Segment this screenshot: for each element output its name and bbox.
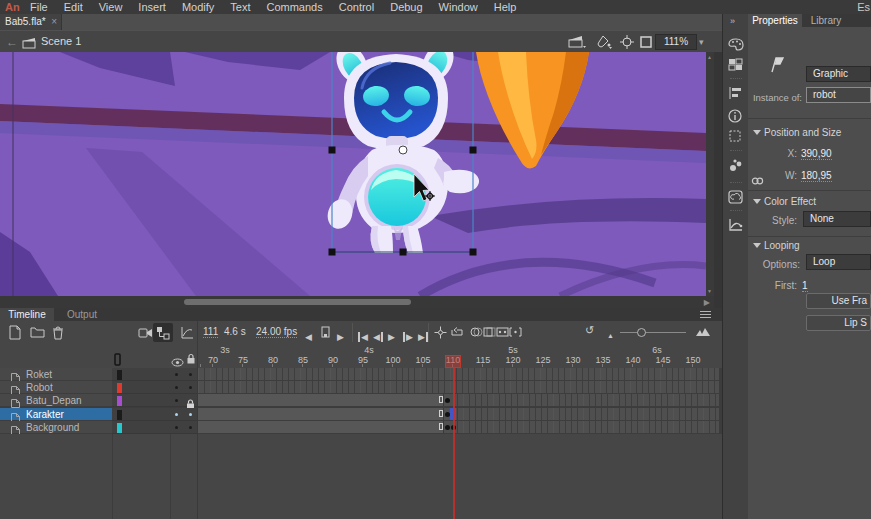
reset-zoom-icon[interactable]: ↺ [585, 324, 600, 339]
scroll-right-icon[interactable]: ▶ [704, 298, 710, 307]
clip-content-icon[interactable] [638, 34, 654, 50]
modify-markers-icon[interactable] [509, 326, 524, 341]
align-icon[interactable] [728, 86, 744, 102]
layer-frames[interactable] [197, 408, 719, 421]
collapse-panels-icon[interactable]: » [730, 16, 734, 26]
layer-row-karakter[interactable]: Karakter [0, 408, 722, 421]
step-forward-icon[interactable]: ▶ [403, 326, 418, 341]
go-last-icon[interactable]: ▶ [418, 326, 433, 341]
layer-outline-color[interactable] [117, 383, 122, 393]
loop-frame-icon[interactable] [321, 326, 336, 341]
go-first-icon[interactable]: ◀ [358, 326, 373, 341]
stage-canvas[interactable] [0, 52, 706, 296]
keyframe-dot[interactable] [445, 425, 450, 430]
graph-icon[interactable] [180, 326, 195, 341]
document-tab[interactable]: Bab5.fla* × [0, 14, 62, 30]
parenting-icon[interactable] [156, 326, 171, 341]
layer-name-cell[interactable]: Roket [0, 368, 112, 381]
layer-outline-color[interactable] [117, 370, 122, 380]
cc-libraries-icon[interactable] [728, 190, 744, 206]
section-looping[interactable]: Looping [748, 240, 871, 254]
info-icon[interactable] [728, 109, 744, 125]
tab-library[interactable]: Library [802, 14, 850, 27]
center-frame-icon[interactable] [434, 326, 449, 341]
step-back-icon[interactable]: ◀ [373, 326, 388, 341]
layer-frames[interactable] [197, 368, 719, 381]
stage-horizontal-scrollbar[interactable]: ▶ [0, 296, 714, 308]
layer-name[interactable]: Robot [26, 381, 53, 394]
layer-outline-color[interactable] [117, 410, 122, 420]
layer-name-cell[interactable]: Batu_Depan [0, 394, 112, 407]
close-tab-icon[interactable]: × [51, 14, 57, 30]
keyframe-dot[interactable] [445, 412, 450, 417]
zoom-chevron-icon[interactable]: ▾ [699, 37, 709, 47]
tab-output[interactable]: Output [58, 308, 106, 321]
new-layer-icon[interactable] [8, 325, 23, 340]
layer-name-cell[interactable]: Robot [0, 381, 112, 394]
center-stage-icon[interactable] [619, 34, 635, 50]
stage-vertical-scrollbar[interactable]: ▲ ▼ [706, 52, 714, 296]
motion-editor-icon[interactable] [728, 218, 744, 234]
swatches-icon[interactable] [728, 58, 744, 74]
instance-name-field[interactable]: robot [806, 87, 871, 103]
timeline-zoom-slider[interactable] [620, 332, 686, 333]
menu-commands[interactable]: Commands [258, 0, 330, 14]
layer-name[interactable]: Batu_Depan [26, 394, 82, 407]
layer-lock-dot[interactable] [189, 426, 192, 429]
layer-visibility-dot[interactable] [175, 413, 178, 416]
menu-insert[interactable]: Insert [130, 0, 174, 14]
scrollbar-thumb[interactable] [184, 299, 411, 305]
timeline-ruler[interactable]: 3s4s5s6s70758085909510010511011512012513… [0, 344, 722, 368]
layer-row-batu_depan[interactable]: Batu_Depan [0, 394, 722, 407]
loop-playback-icon[interactable] [449, 326, 464, 341]
section-color-effect[interactable]: Color Effect [748, 196, 871, 210]
layer-name[interactable]: Background [26, 421, 79, 434]
layer-row-background[interactable]: Background [0, 421, 722, 434]
camera-icon[interactable] [138, 327, 153, 342]
layer-visibility-dot[interactable] [175, 373, 178, 376]
first-value[interactable]: 1 [802, 280, 808, 292]
x-value[interactable]: 390,90 [801, 148, 832, 160]
scene-name[interactable]: Scene 1 [41, 35, 81, 47]
layer-name[interactable]: Roket [26, 368, 52, 381]
menu-modify[interactable]: Modify [174, 0, 222, 14]
menu-edit[interactable]: Edit [56, 0, 91, 14]
collapse-arrow-icon[interactable] [753, 199, 761, 204]
assets-icon[interactable] [728, 158, 744, 174]
collapse-arrow-icon[interactable] [753, 130, 761, 135]
panel-menu-icon[interactable] [700, 311, 711, 318]
style-dropdown[interactable]: None [803, 211, 871, 227]
layer-visibility-dot[interactable] [175, 426, 178, 429]
clapperboard-menu-icon[interactable] [568, 34, 584, 50]
color-palette-icon[interactable] [728, 38, 744, 54]
current-frame-value[interactable]: 111 [203, 326, 218, 338]
transform-icon[interactable] [728, 129, 744, 145]
layer-name[interactable]: Karakter [26, 408, 64, 421]
section-position-size[interactable]: Position and Size [748, 127, 871, 141]
workspace-switcher[interactable]: Es [857, 0, 871, 14]
layer-outline-color[interactable] [117, 423, 122, 433]
zoom-level[interactable]: 111% [655, 34, 697, 50]
w-value[interactable]: 180,95 [801, 170, 832, 182]
zoom-slider-knob[interactable] [637, 328, 646, 337]
layer-name-cell[interactable]: Karakter [0, 408, 112, 421]
layer-frames[interactable] [197, 381, 719, 394]
collapse-arrow-icon[interactable] [753, 243, 761, 248]
use-frame-picker-button[interactable]: Use Fra [806, 293, 871, 309]
menu-debug[interactable]: Debug [382, 0, 430, 14]
delete-icon[interactable] [52, 326, 67, 341]
layer-outline-color[interactable] [117, 396, 122, 406]
scroll-down-icon[interactable]: ▼ [707, 288, 712, 294]
symbol-type-dropdown[interactable]: Graphic [806, 66, 871, 82]
frame-rate-value[interactable]: 24.00 fps [256, 326, 297, 338]
tab-properties[interactable]: Properties [748, 14, 802, 27]
keyframe-dot[interactable] [445, 398, 450, 403]
menu-window[interactable]: Window [431, 0, 486, 14]
layer-frames[interactable] [197, 394, 719, 407]
lip-sync-button[interactable]: Lip S [806, 315, 871, 331]
play-icon[interactable]: ▶ [388, 326, 403, 341]
tab-timeline[interactable]: Timeline [0, 308, 54, 321]
loop-end-icon[interactable]: ▶ [337, 326, 352, 341]
layer-frames-separator[interactable] [197, 321, 198, 519]
lock-column-icon[interactable] [186, 351, 196, 369]
